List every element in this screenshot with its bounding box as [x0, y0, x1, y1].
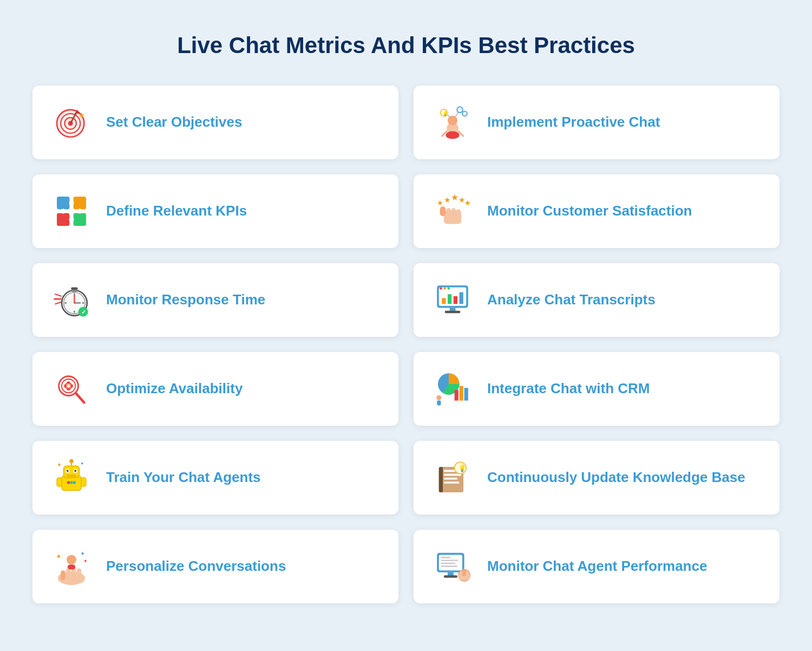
svg-point-81: [69, 459, 73, 463]
svg-rect-118: [441, 565, 457, 567]
performance-icon: [431, 545, 474, 588]
card-personalize-conversations: ✦ ✦ ✦ Personalize Conversations: [32, 530, 398, 603]
card-monitor-customer-satisfaction: ★ ★ ★ ★ ★ Monitor Customer Satisfaction: [414, 174, 780, 248]
svg-text:★: ★: [444, 196, 451, 204]
stopwatch-icon: ✓: [50, 278, 93, 322]
svg-point-66: [67, 385, 70, 387]
card-label-continuously-update-knowledge: Continuously Update Knowledge Base: [487, 468, 745, 487]
svg-rect-107: [77, 569, 81, 578]
card-label-train-chat-agents: Train Your Chat Agents: [106, 468, 261, 487]
card-label-define-relevant-kpis: Define Relevant KPIs: [106, 202, 247, 220]
svg-point-60: [448, 287, 450, 290]
svg-rect-115: [441, 557, 450, 558]
svg-rect-75: [464, 388, 468, 400]
gear-search-icon: [50, 367, 93, 411]
svg-line-14: [455, 112, 458, 116]
svg-rect-117: [441, 563, 455, 564]
svg-rect-90: [57, 478, 62, 486]
svg-point-108: [67, 555, 76, 564]
card-implement-proactive-chat: 💡 Implement Proactive Chat: [414, 86, 780, 159]
svg-point-12: [462, 111, 467, 116]
satisfaction-icon: ★ ★ ★ ★ ★: [431, 190, 474, 233]
svg-rect-57: [460, 292, 463, 304]
card-train-chat-agents: ✦ ✦ Train Your Chat Agents: [32, 441, 398, 515]
svg-line-38: [55, 294, 61, 296]
svg-rect-70: [71, 385, 73, 387]
svg-rect-21: [74, 213, 86, 226]
svg-rect-35: [451, 209, 455, 219]
svg-rect-43: [71, 288, 78, 290]
svg-point-59: [443, 287, 446, 290]
page-title: Live Chat Metrics And KPIs Best Practice…: [32, 32, 780, 58]
card-analyze-chat-transcripts: Analyze Chat Transcripts: [414, 263, 780, 337]
card-integrate-chat-crm: Integrate Chat with CRM: [414, 352, 780, 426]
svg-rect-104: [61, 570, 65, 580]
svg-rect-73: [455, 390, 459, 401]
svg-rect-77: [437, 401, 441, 406]
svg-point-58: [440, 287, 442, 290]
svg-rect-109: [68, 564, 75, 569]
svg-rect-67: [67, 382, 70, 384]
svg-text:★: ★: [68, 209, 74, 217]
card-label-optimize-availability: Optimize Availability: [106, 380, 243, 398]
svg-point-84: [67, 470, 69, 472]
svg-rect-102: [439, 467, 443, 492]
svg-point-87: [67, 481, 70, 484]
svg-rect-124: [467, 574, 470, 579]
card-label-set-clear-objectives: Set Clear Objectives: [106, 113, 242, 132]
svg-rect-116: [441, 559, 458, 561]
svg-line-71: [76, 394, 84, 402]
card-set-clear-objectives: ★ Set Clear Objectives: [32, 86, 398, 159]
svg-text:✦: ✦: [57, 461, 62, 468]
svg-point-88: [70, 481, 73, 484]
svg-rect-123: [459, 574, 462, 579]
svg-text:✓: ✓: [81, 309, 86, 315]
svg-point-89: [73, 481, 76, 484]
svg-rect-34: [447, 209, 450, 219]
svg-text:✦: ✦: [83, 558, 88, 564]
svg-point-22: [69, 200, 74, 205]
svg-rect-36: [456, 209, 460, 219]
svg-text:★: ★: [451, 192, 459, 202]
svg-rect-97: [444, 474, 461, 476]
svg-rect-98: [444, 478, 457, 480]
svg-text:✦: ✦: [80, 461, 84, 466]
svg-text:★: ★: [437, 199, 443, 207]
proactive-chat-icon: 💡: [431, 101, 474, 144]
svg-rect-74: [460, 386, 463, 401]
cards-grid: ★ Set Clear Objectives 💡: [32, 86, 780, 603]
svg-rect-54: [442, 298, 446, 304]
svg-point-23: [61, 209, 66, 214]
svg-rect-62: [445, 311, 461, 314]
svg-rect-122: [462, 569, 466, 576]
svg-rect-91: [81, 478, 86, 486]
card-label-integrate-chat-crm: Integrate Chat with CRM: [487, 380, 650, 398]
card-label-personalize-conversations: Personalize Conversations: [106, 557, 286, 576]
card-label-analyze-chat-transcripts: Analyze Chat Transcripts: [487, 291, 656, 309]
svg-text:💡: 💡: [458, 464, 467, 473]
card-continuously-update-knowledge: 💡 Continuously Update Knowledge Base: [414, 441, 780, 515]
svg-rect-56: [454, 296, 457, 304]
svg-rect-86: [67, 475, 76, 477]
svg-point-85: [74, 470, 76, 472]
svg-text:★: ★: [464, 199, 471, 207]
svg-point-11: [457, 107, 463, 113]
personalize-icon: ✦ ✦ ✦: [50, 545, 93, 588]
svg-rect-68: [67, 388, 70, 390]
knowledge-icon: 💡: [431, 456, 474, 499]
svg-text:✦: ✦: [80, 550, 85, 557]
svg-rect-105: [66, 569, 70, 580]
svg-point-15: [446, 131, 459, 139]
card-monitor-response-time: ✓ Monitor Response Time: [32, 263, 398, 337]
svg-point-24: [69, 217, 74, 222]
svg-rect-19: [74, 197, 86, 209]
svg-rect-69: [64, 385, 67, 387]
svg-text:✦: ✦: [56, 553, 62, 561]
svg-rect-18: [57, 197, 69, 209]
robot-icon: ✦ ✦: [50, 456, 93, 499]
card-label-implement-proactive-chat: Implement Proactive Chat: [487, 113, 660, 132]
card-optimize-availability: Optimize Availability: [32, 352, 398, 426]
svg-line-39: [55, 302, 61, 304]
svg-point-76: [436, 395, 441, 400]
svg-point-25: [77, 209, 82, 214]
